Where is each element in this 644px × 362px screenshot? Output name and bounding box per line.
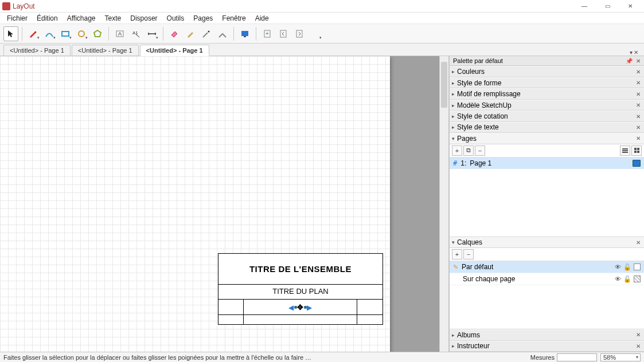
remove-layer-button[interactable]: − <box>463 249 474 259</box>
layer-visible-icon[interactable]: 👁 <box>615 276 621 283</box>
canvas-area[interactable]: TITRE DE L'ENSEMBLE TITRE DU PLAN ◀✥▶ <box>0 56 449 352</box>
selection-handle[interactable]: ◀✥▶ <box>288 303 312 312</box>
section-calques[interactable]: ▾Calques✕ <box>450 237 644 248</box>
layers-panel: + − ✎ Par défaut 👁 🔓 Sur chaque page 👁 🔓 <box>450 248 644 329</box>
svg-point-1 <box>79 31 84 37</box>
measures-input[interactable] <box>557 353 597 361</box>
tab-doc-1[interactable]: <Untitled> - Page 1 <box>3 45 71 56</box>
svg-text:+: + <box>266 30 269 37</box>
svg-rect-0 <box>62 32 69 36</box>
add-page-tool[interactable]: + <box>260 26 275 41</box>
rectangle-tool[interactable] <box>58 26 73 41</box>
tab-menu-icon[interactable]: ▾ <box>630 49 633 56</box>
section-cotation[interactable]: ▸Style de cotation✕ <box>450 111 644 121</box>
page-paper[interactable]: TITRE DE L'ENSEMBLE TITRE DU PLAN ◀✥▶ <box>0 56 390 352</box>
join-tool[interactable] <box>215 26 230 41</box>
toolbar: A A1 + <box>0 24 644 44</box>
menu-pages[interactable]: Pages <box>189 13 217 23</box>
label-tool[interactable]: A1 <box>128 26 143 41</box>
document-tabs: <Untitled> - Page 1 <Untitled> - Page 1 … <box>0 44 644 56</box>
titleblock-row-4 <box>218 315 383 324</box>
svg-text:A: A <box>118 31 122 37</box>
status-bar: Faites glisser la sélection pour la dépl… <box>0 352 644 362</box>
section-motif[interactable]: ▸Motif de remplissage✕ <box>450 88 644 99</box>
titleblock-sub[interactable]: TITRE DU PLAN <box>218 285 383 300</box>
prev-page-tool[interactable] <box>276 26 291 41</box>
title-bar: LayOut — ▭ ✕ <box>0 0 644 13</box>
section-style-forme[interactable]: ▸Style de forme✕ <box>450 77 644 88</box>
minimize-button[interactable]: — <box>573 0 596 13</box>
svg-text:A1: A1 <box>132 30 138 36</box>
grid-view-icon[interactable] <box>631 145 642 156</box>
menu-affichage[interactable]: Affichage <box>63 13 100 23</box>
arc-tool[interactable] <box>42 26 57 41</box>
page-hash-icon: # <box>453 159 457 167</box>
menu-texte[interactable]: Texte <box>100 13 126 23</box>
menu-fenetre[interactable]: Fenêtre <box>217 13 250 23</box>
titleblock-row-3: ◀✥▶ <box>218 300 383 315</box>
eraser-tool[interactable] <box>167 26 182 41</box>
app-title: LayOut <box>13 2 35 10</box>
tab-doc-2[interactable]: <Untitled> - Page 1 <box>72 45 139 56</box>
page-number: 1: <box>460 159 466 167</box>
list-view-icon[interactable] <box>620 145 630 156</box>
vertical-scrollbar[interactable] <box>439 56 448 352</box>
svg-rect-11 <box>296 30 302 37</box>
page-presentation-icon[interactable] <box>633 160 641 167</box>
svg-rect-6 <box>241 31 248 36</box>
layer-swatch[interactable] <box>634 263 641 270</box>
present-tool[interactable] <box>237 26 252 41</box>
layer-lock-icon[interactable]: 🔓 <box>623 263 631 271</box>
menu-aide[interactable]: Aide <box>251 13 274 23</box>
menu-fichier[interactable]: Fichier <box>2 13 32 23</box>
pencil-tool[interactable] <box>26 26 41 41</box>
select-tool[interactable] <box>3 26 18 41</box>
pages-panel: + ⧉ − # 1: Page 1 <box>450 144 644 237</box>
dimension-tool[interactable] <box>145 26 159 41</box>
close-window-button[interactable]: ✕ <box>619 0 642 13</box>
titleblock-main[interactable]: TITRE DE L'ENSEMBLE <box>218 254 383 285</box>
page-list-item[interactable]: # 1: Page 1 <box>450 158 644 169</box>
text-tool[interactable]: A <box>112 26 127 41</box>
title-block[interactable]: TITRE DE L'ENSEMBLE TITRE DU PLAN ◀✥▶ <box>218 253 383 325</box>
maximize-button[interactable]: ▭ <box>596 0 619 13</box>
tab-doc-3[interactable]: <Untitled> - Page 1 <box>140 45 209 56</box>
menu-bar: Fichier Édition Affichage Texte Disposer… <box>0 13 644 24</box>
add-page-button[interactable]: + <box>452 145 462 156</box>
palette-header[interactable]: Palette par défaut 📌 ✕ <box>450 56 644 66</box>
side-panel: Palette par défaut 📌 ✕ ▸Couleurs✕ ▸Style… <box>449 56 644 352</box>
section-instructeur[interactable]: ▸Instructeur✕ <box>450 341 644 352</box>
svg-point-5 <box>208 30 210 32</box>
remove-page-button[interactable]: − <box>475 145 485 156</box>
palette-close-icon[interactable]: ✕ <box>636 58 641 64</box>
section-modele[interactable]: ▸Modèle SketchUp✕ <box>450 100 644 111</box>
layer-visible-icon[interactable]: 👁 <box>615 263 621 271</box>
menu-outils[interactable]: Outils <box>162 13 189 23</box>
split-tool[interactable] <box>199 26 214 41</box>
selected-cell[interactable]: ◀✥▶ <box>244 300 357 314</box>
layer-lock-icon[interactable]: 🔓 <box>623 276 631 283</box>
circle-tool[interactable] <box>74 26 89 41</box>
next-page-tool[interactable] <box>292 26 307 41</box>
section-couleurs[interactable]: ▸Couleurs✕ <box>450 66 644 77</box>
layer-swatch[interactable] <box>634 276 641 282</box>
page-name: Page 1 <box>470 159 491 167</box>
menu-disposer[interactable]: Disposer <box>126 13 162 23</box>
layer-each-page[interactable]: Sur chaque page 👁 🔓 <box>450 273 644 285</box>
section-pages[interactable]: ▾Pages✕ <box>450 133 644 144</box>
measures-label: Mesures <box>530 354 555 361</box>
section-albums[interactable]: ▸Albums✕ <box>450 329 644 340</box>
menu-edition[interactable]: Édition <box>32 13 63 23</box>
toolbar-overflow[interactable] <box>308 26 323 41</box>
svg-rect-10 <box>280 30 286 37</box>
add-layer-button[interactable]: + <box>452 249 462 259</box>
layer-default[interactable]: ✎ Par défaut 👁 🔓 <box>450 261 644 273</box>
polygon-tool[interactable] <box>90 26 105 41</box>
zoom-dropdown[interactable]: 58% <box>600 353 641 361</box>
duplicate-page-button[interactable]: ⧉ <box>463 145 474 156</box>
pencil-icon: ✎ <box>453 263 458 271</box>
palette-pin-icon[interactable]: 📌 <box>626 58 633 64</box>
tab-close-icon[interactable]: ✕ <box>634 49 638 56</box>
style-tool[interactable] <box>183 26 198 41</box>
section-texte[interactable]: ▸Style de texte✕ <box>450 122 644 133</box>
